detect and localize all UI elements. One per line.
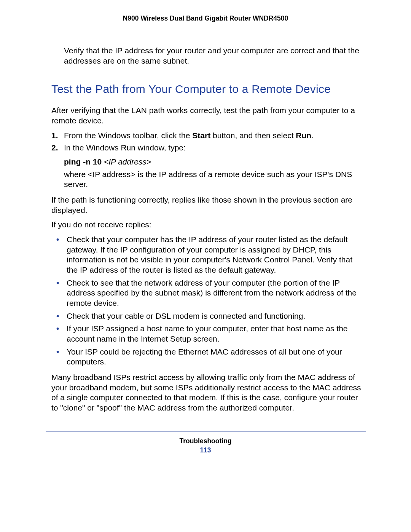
list-item: If your ISP assigned a host name to your… [51,324,362,344]
list-item: Check that your cable or DSL modem is co… [51,311,362,321]
list-item: Check that your computer has the IP addr… [51,235,362,275]
paragraph-verify-ip: Verify that the IP address for your rout… [64,46,362,66]
step-2-marker: 2. [51,143,58,153]
paragraph-after-verify: After verifying that the LAN path works … [51,105,362,126]
step-1-text-pre: From the Windows toolbar, click the [64,131,192,140]
list-item: Your ISP could be rejecting the Ethernet… [51,347,362,367]
step-1: 1. From the Windows toolbar, click the S… [51,131,362,141]
step-1-bold-run: Run [296,131,311,140]
command-line: ping -n 10 <IP address> [64,157,362,167]
paragraph-functioning: If the path is functioning correctly, re… [51,195,362,215]
document-body: Verify that the IP address for your rout… [51,46,362,417]
step-1-marker: 1. [51,131,58,141]
paragraph-closing: Many broadband ISPs restrict access by a… [51,372,362,413]
footer-divider [46,431,366,431]
command-explanation: where <IP address> is the IP address of … [64,169,362,190]
section-heading: Test the Path from Your Computer to a Re… [51,82,362,96]
step-1-text-end: . [311,131,314,140]
command-italic: <IP address> [104,157,151,166]
troubleshoot-list: Check that your computer has the IP addr… [51,235,362,367]
page: N900 Wireless Dual Band Gigabit Router W… [0,0,411,532]
ordered-steps: 1. From the Windows toolbar, click the S… [51,131,362,153]
footer-section-name: Troubleshooting [0,437,411,445]
step-1-bold-start: Start [192,131,210,140]
list-item: Check to see that the network address of… [51,278,362,308]
command-bold: ping -n 10 [64,157,104,166]
step-2: 2. In the Windows Run window, type: [51,143,362,153]
step-1-text-mid: button, and then select [210,131,296,140]
step-2-text: In the Windows Run window, type: [64,143,186,152]
footer-page-number: 113 [0,446,411,454]
paragraph-no-replies: If you do not receive replies: [51,220,362,230]
document-header: N900 Wireless Dual Band Gigabit Router W… [0,14,411,22]
